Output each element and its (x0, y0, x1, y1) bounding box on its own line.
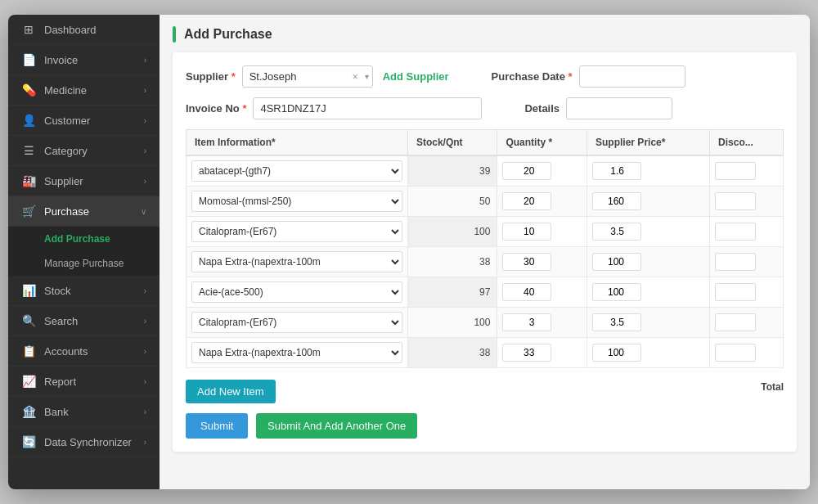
page-header: Add Purchase (173, 26, 797, 43)
price-input-4[interactable] (592, 283, 641, 301)
discount-input-2[interactable] (715, 223, 756, 241)
sidebar-item-bank[interactable]: 🏦 Bank › (8, 397, 160, 427)
cell-stock-1: 50 (407, 187, 497, 217)
submit-button[interactable]: Submit (186, 413, 248, 439)
sidebar-item-medicine[interactable]: 💊 Medicine › (8, 75, 160, 106)
sidebar-item-purchase[interactable]: 🛒 Purchase ∨ (8, 196, 160, 227)
price-input-1[interactable] (592, 192, 641, 210)
sub-item-label: Add Purchase (44, 233, 110, 245)
qty-input-3[interactable] (502, 253, 551, 271)
cell-price-2 (587, 217, 710, 247)
purchase-date-label: Purchase Date * (492, 70, 573, 83)
bank-icon: 🏦 (21, 405, 36, 418)
sidebar-item-manage-purchase[interactable]: Manage Purchase (8, 251, 160, 276)
cell-quantity-4 (497, 277, 587, 308)
action-row: Add New Item Total (186, 371, 784, 403)
item-select-6[interactable]: Napa Extra-(napextra-100m (191, 342, 402, 363)
discount-input-1[interactable] (715, 192, 756, 210)
discount-input-6[interactable] (715, 344, 756, 362)
qty-input-2[interactable] (502, 223, 551, 241)
sidebar-item-label: Stock (44, 285, 71, 297)
purchase-date-input[interactable] (579, 65, 685, 88)
chevron-down-icon: ∨ (141, 207, 146, 216)
sidebar-item-data-sync[interactable]: 🔄 Data Synchronizer › (8, 427, 160, 457)
stock-icon: 📊 (21, 284, 36, 297)
dropdown-arrow-icon: ▾ (365, 72, 369, 81)
item-select-5[interactable]: Citalopram-(Er67) (191, 312, 402, 333)
items-table: Item Information* Stock/Qnt Quantity * S… (186, 129, 784, 368)
sidebar-item-customer[interactable]: 👤 Customer › (8, 106, 160, 136)
sidebar-item-category[interactable]: ☰ Category › (8, 136, 160, 166)
chevron-right-icon: › (144, 177, 146, 186)
table-row: Citalopram-(Er67) 100 (187, 217, 784, 247)
green-bar-accent (173, 26, 176, 43)
price-input-2[interactable] (592, 223, 641, 241)
cell-quantity-3 (497, 247, 587, 277)
table-body: abatacept-(gth7) 39 Momosal-(mmsl-250) 5… (187, 155, 784, 368)
table-row: Napa Extra-(napextra-100m 38 (187, 247, 784, 277)
cell-price-3 (587, 247, 710, 277)
qty-input-4[interactable] (502, 283, 551, 301)
price-input-5[interactable] (592, 313, 641, 331)
price-input-6[interactable] (592, 344, 641, 362)
item-select-2[interactable]: Citalopram-(Er67) (191, 221, 402, 242)
chevron-right-icon: › (144, 407, 146, 416)
sub-item-label: Manage Purchase (44, 258, 124, 269)
report-icon: 📈 (21, 375, 36, 388)
discount-input-5[interactable] (715, 313, 756, 331)
chevron-right-icon: › (144, 317, 146, 326)
purchase-date-group: Purchase Date * (492, 65, 685, 88)
form-card: Supplier * St.Joseph × ▾ Add Supplier (173, 52, 797, 452)
add-new-item-button[interactable]: Add New Item (186, 380, 276, 403)
discount-input-0[interactable] (715, 162, 756, 180)
sidebar-item-stock[interactable]: 📊 Stock › (8, 276, 160, 306)
qty-input-0[interactable] (502, 162, 551, 180)
details-input[interactable] (566, 97, 672, 119)
dashboard-icon: ⊞ (21, 23, 36, 36)
cell-item-2: Citalopram-(Er67) (187, 217, 408, 247)
add-supplier-link[interactable]: Add Supplier (383, 70, 449, 83)
submit-add-another-button[interactable]: Submit And Add Another One (256, 413, 417, 439)
table-row: Citalopram-(Er67) 100 (187, 308, 784, 338)
sidebar-item-dashboard[interactable]: ⊞ Dashboard (8, 15, 160, 45)
invoice-input[interactable] (253, 97, 482, 119)
sidebar-item-report[interactable]: 📈 Report › (8, 367, 160, 397)
details-label: Details (524, 102, 560, 115)
qty-input-5[interactable] (502, 313, 551, 331)
price-input-3[interactable] (592, 253, 641, 271)
col-price: Supplier Price* (587, 130, 710, 156)
sidebar-item-label: Dashboard (44, 24, 97, 36)
invoice-icon: 📄 (21, 53, 36, 66)
sidebar-item-search[interactable]: 🔍 Search › (8, 306, 160, 336)
clear-icon[interactable]: × (353, 71, 358, 83)
sidebar-item-supplier[interactable]: 🏭 Supplier › (8, 166, 160, 196)
sidebar-item-add-purchase[interactable]: Add Purchase (8, 227, 160, 251)
discount-input-3[interactable] (715, 253, 756, 271)
cell-discount-0 (710, 155, 784, 187)
cell-price-1 (587, 187, 710, 217)
item-select-3[interactable]: Napa Extra-(napextra-100m (191, 251, 402, 272)
purchase-icon: 🛒 (21, 205, 36, 218)
chevron-right-icon: › (144, 347, 146, 356)
sidebar-item-accounts[interactable]: 📋 Accounts › (8, 336, 160, 367)
sidebar-item-invoice[interactable]: 📄 Invoice › (8, 45, 160, 75)
supplier-icon: 🏭 (21, 174, 36, 187)
cell-stock-2: 100 (407, 217, 497, 247)
price-input-0[interactable] (592, 162, 641, 180)
col-stock: Stock/Qnt (407, 130, 497, 156)
qty-input-1[interactable] (502, 192, 551, 210)
chevron-right-icon: › (144, 56, 146, 65)
qty-input-6[interactable] (502, 344, 551, 362)
discount-input-4[interactable] (715, 283, 756, 301)
cell-stock-3: 38 (407, 247, 497, 277)
cell-price-5 (587, 308, 710, 338)
item-select-4[interactable]: Acie-(ace-500) (191, 281, 402, 303)
table-row: Acie-(ace-500) 97 (187, 277, 784, 308)
item-select-1[interactable]: Momosal-(mmsl-250) (191, 191, 402, 212)
medicine-icon: 💊 (21, 83, 36, 97)
item-select-0[interactable]: abatacept-(gth7) (191, 160, 402, 182)
search-icon: 🔍 (21, 314, 36, 327)
cell-stock-5: 100 (407, 308, 497, 338)
purchase-submenu: Add Purchase Manage Purchase (8, 227, 160, 276)
cell-discount-2 (710, 217, 784, 247)
